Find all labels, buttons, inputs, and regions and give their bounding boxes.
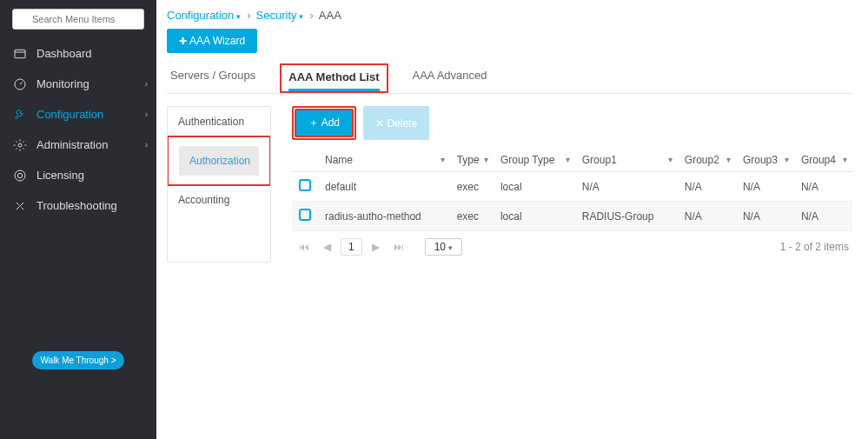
method-list-panel: ＋ Add ✕ Delete Name▾ Type▾ Group Type▾ G… [292,106,852,263]
svg-point-8 [17,173,22,177]
row-checkbox[interactable] [299,209,311,221]
dashboard-icon [12,46,28,62]
table-row[interactable]: radius-autho-methodexeclocalRADIUS-Group… [292,202,852,231]
sidebar-item-administration[interactable]: Administration › [0,130,156,160]
sidebar-item-monitoring[interactable]: Monitoring › [0,69,156,99]
pager-prev[interactable]: ◀ [318,238,335,256]
subtab-authorization[interactable]: Authorization [179,146,259,176]
table-pager: ⏮ ◀ 1 ▶ ⏭ 10 1 - 2 of 2 items [292,231,852,263]
sidebar: Dashboard Monitoring › Configuration › A… [0,0,156,439]
sidebar-item-label: Licensing [36,169,84,182]
method-list-table: Name▾ Type▾ Group Type▾ Group1▾ Group2▾ … [292,149,852,231]
chevron-right-icon: › [145,79,148,89]
crumb-configuration[interactable]: Configuration▼ [167,9,242,22]
pager-first[interactable]: ⏮ [295,238,313,256]
sidebar-item-label: Configuration [36,108,103,121]
gear-icon [12,137,28,153]
walk-me-through-button[interactable]: Walk Me Through > [32,351,125,369]
sidebar-item-label: Monitoring [36,77,89,90]
pager-perpage[interactable]: 10 [425,238,462,256]
sidebar-item-label: Troubleshooting [36,199,117,212]
sidebar-item-licensing[interactable]: Licensing [0,160,156,190]
chevron-right-icon: › [145,140,148,150]
tools-icon [12,198,28,214]
filter-icon[interactable]: ▾ [843,155,847,164]
filter-icon[interactable]: ▾ [668,155,673,164]
tab-aaa-advanced[interactable]: AAA Advanced [413,63,487,93]
table-row[interactable]: defaultexeclocalN/AN/AN/AN/A [292,172,852,202]
svg-rect-2 [15,50,25,57]
filter-icon[interactable]: ▾ [566,155,570,164]
chevron-right-icon: › [145,110,148,119]
subtab-authentication[interactable]: Authentication [168,107,270,136]
filter-icon[interactable]: ▾ [785,155,789,164]
filter-icon[interactable]: ▾ [726,155,731,164]
filter-icon[interactable]: ▾ [441,155,445,164]
tab-aaa-method-list[interactable]: AAA Method List [288,65,379,91]
delete-button[interactable]: ✕ Delete [363,106,429,140]
breadcrumb: Configuration▼ › Security▼ › AAA [167,9,852,22]
wrench-icon [12,107,28,123]
svg-point-6 [18,143,22,147]
add-button[interactable]: ＋ Add [295,109,354,137]
method-list-subnav: Authentication Authorization Accounting [167,106,271,263]
pager-last[interactable]: ⏭ [390,238,407,256]
sidebar-item-configuration[interactable]: Configuration › [0,99,156,130]
sidebar-item-label: Administration [36,138,108,151]
gauge-icon [12,76,28,92]
tab-servers-groups[interactable]: Servers / Groups [170,63,255,93]
sidebar-item-dashboard[interactable]: Dashboard [0,38,156,69]
pager-page[interactable]: 1 [341,238,362,256]
crumb-security[interactable]: Security▼ [256,9,305,22]
search-input[interactable] [12,9,144,30]
pager-next[interactable]: ▶ [368,238,385,256]
filter-icon[interactable]: ▾ [484,155,488,164]
svg-point-7 [15,170,25,181]
pager-status: 1 - 2 of 2 items [780,241,849,253]
aaa-wizard-button[interactable]: AAA Wizard [167,29,257,53]
svg-line-5 [20,82,23,84]
license-icon [12,168,28,183]
sidebar-item-label: Dashboard [36,47,92,60]
row-checkbox[interactable] [299,179,311,191]
subtab-accounting[interactable]: Accounting [168,185,270,215]
crumb-current: AAA [319,9,341,22]
sidebar-item-troubleshooting[interactable]: Troubleshooting [0,190,156,221]
main-content: Configuration▼ › Security▼ › AAA AAA Wiz… [156,0,868,439]
main-tabs: Servers / Groups AAA Method List AAA Adv… [167,63,852,94]
